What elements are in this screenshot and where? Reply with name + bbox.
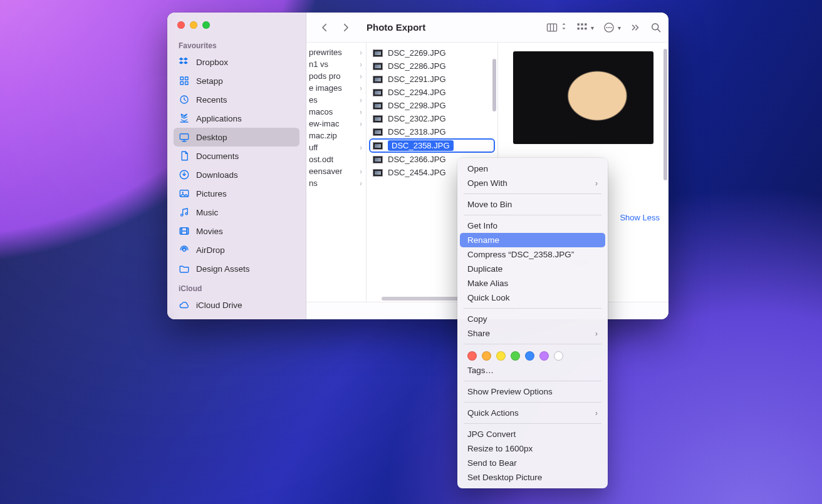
sidebar-item-label: AirDrop	[196, 245, 225, 255]
sidebar-item-documents[interactable]: Documents	[174, 147, 299, 165]
tag-color[interactable]	[525, 351, 534, 361]
menu-item[interactable]: Set Desktop Picture	[460, 470, 605, 485]
column1-row[interactable]: mac.zip	[306, 130, 366, 141]
airdrop-icon	[179, 244, 190, 255]
chevron-right-icon: ›	[595, 409, 598, 418]
sidebar-item-label: Documents	[196, 152, 239, 161]
file-row[interactable]: DSC_2302.JPG	[367, 112, 497, 125]
file-name: DSC_2286.JPG	[388, 61, 446, 71]
file-row[interactable]: DSC_2358.JPG	[367, 138, 497, 153]
menu-item[interactable]: Copy	[460, 312, 605, 326]
file-name: DSC_2302.JPG	[388, 114, 446, 123]
tag-color[interactable]	[511, 351, 520, 361]
column1-row[interactable]: ost.odt	[306, 153, 366, 165]
file-row[interactable]: DSC_2269.JPG	[367, 46, 497, 59]
tag-color[interactable]	[539, 351, 549, 361]
menu-item[interactable]: Compress “DSC_2358.JPG”	[460, 247, 605, 262]
menu-item[interactable]: Make Alias	[460, 276, 605, 291]
zoom-button[interactable]	[202, 21, 210, 29]
column1-row[interactable]: prewrites›	[306, 46, 366, 58]
image-thumbnail-icon	[373, 102, 383, 110]
menu-separator	[464, 381, 601, 381]
chevron-right-icon: ›	[360, 48, 362, 57]
menu-item[interactable]: Move to Bin	[460, 197, 605, 212]
group-by-button[interactable]: ▾	[576, 21, 594, 34]
menu-item[interactable]: Resize to 1600px	[460, 441, 605, 456]
column1-row[interactable]: macos›	[306, 106, 366, 118]
tag-color[interactable]	[482, 351, 491, 361]
file-name: DSC_2298.JPG	[388, 101, 446, 110]
nav-back-button[interactable]	[315, 19, 334, 36]
chevron-right-icon: ›	[360, 143, 362, 152]
column1-row[interactable]: ns›	[306, 177, 366, 189]
sidebar-item-setapp[interactable]: Setapp	[174, 71, 299, 90]
sidebar-item-desktop[interactable]: Desktop	[174, 128, 299, 147]
sidebar-item-airdrop[interactable]: AirDrop	[174, 240, 299, 259]
column1-row[interactable]: uff›	[306, 141, 366, 153]
file-row[interactable]: DSC_2291.JPG	[367, 73, 497, 86]
toolbar-overflow-button[interactable]	[630, 22, 641, 33]
chevron-right-icon: ›	[595, 179, 598, 188]
context-menu: OpenOpen With›Move to BinGet InfoRenameC…	[457, 158, 608, 488]
menu-item[interactable]: Send to Bear	[460, 456, 605, 470]
svg-line-27	[658, 29, 660, 31]
minimize-button[interactable]	[190, 21, 197, 29]
column1-row[interactable]: eensaver›	[306, 165, 366, 177]
sidebar-section-title: iCloud	[174, 280, 299, 296]
search-button[interactable]	[650, 21, 662, 34]
column1-row[interactable]: pods pro›	[306, 70, 366, 82]
tag-color[interactable]	[496, 351, 506, 361]
svg-point-9	[181, 214, 183, 216]
menu-item[interactable]: Get Info	[460, 219, 605, 233]
view-mode-button[interactable]	[546, 21, 567, 34]
sidebar-item-dropbox[interactable]: Dropbox	[174, 53, 299, 71]
file-row[interactable]: DSC_2294.JPG	[367, 86, 497, 99]
nav-forward-button[interactable]	[336, 19, 355, 36]
menu-item-label: JPG Convert	[467, 429, 516, 439]
menu-item[interactable]: Open With›	[460, 176, 605, 190]
sidebar-item-movies[interactable]: Movies	[174, 222, 299, 240]
sidebar-item-label: iCloud Drive	[196, 301, 242, 310]
folder-icon	[179, 263, 190, 274]
file-name: DSC_2454.JPG	[388, 168, 446, 177]
menu-item[interactable]: Open	[460, 162, 605, 176]
column1-row[interactable]: n1 vs›	[306, 58, 366, 70]
column1-row[interactable]: ew-imac›	[306, 118, 366, 130]
svg-rect-16	[578, 23, 580, 25]
action-button[interactable]: ▾	[603, 21, 621, 34]
file-row[interactable]: DSC_2298.JPG	[367, 99, 497, 112]
column1-row[interactable]: es›	[306, 94, 366, 106]
menu-item[interactable]: Tags…	[460, 363, 605, 378]
sidebar-item-applications[interactable]: Applications	[174, 109, 299, 128]
preview-scrollbar[interactable]	[662, 49, 669, 296]
menu-item[interactable]: Quick Look	[460, 291, 605, 305]
tag-color[interactable]	[467, 351, 477, 361]
show-less-link[interactable]: Show Less	[620, 213, 660, 222]
sidebar-item-icloud-drive[interactable]: iCloud Drive	[174, 296, 299, 314]
menu-item[interactable]: Share›	[460, 326, 605, 341]
svg-point-10	[185, 213, 187, 215]
sidebar-item-label: Downloads	[196, 170, 238, 180]
menu-item-label: Show Preview Options	[467, 387, 553, 396]
menu-item-label: Set Desktop Picture	[467, 473, 542, 482]
file-row[interactable]: DSC_2286.JPG	[367, 59, 497, 73]
sidebar-item-recents[interactable]: Recents	[174, 90, 299, 109]
sidebar-item-label: Setapp	[196, 76, 223, 86]
menu-item-label: Make Alias	[467, 279, 508, 288]
menu-item[interactable]: JPG Convert	[460, 427, 605, 441]
menu-item[interactable]: Rename	[460, 233, 605, 247]
tag-color[interactable]	[554, 351, 563, 361]
sidebar-item-music[interactable]: Music	[174, 203, 299, 222]
column1-row[interactable]: e images›	[306, 82, 366, 94]
sidebar-item-pictures[interactable]: Pictures	[174, 184, 299, 203]
sidebar-item-design-assets[interactable]: Design Assets	[174, 259, 299, 278]
menu-item[interactable]: Show Preview Options	[460, 384, 605, 399]
file-row[interactable]: DSC_2318.JPG	[367, 125, 497, 138]
menu-item[interactable]: Duplicate	[460, 262, 605, 276]
column1-row-label: e images	[309, 83, 342, 93]
menu-item[interactable]: Quick Actions›	[460, 406, 605, 420]
chevron-right-icon: ›	[360, 72, 362, 81]
sidebar-item-downloads[interactable]: Downloads	[174, 165, 299, 184]
svg-point-8	[182, 192, 184, 193]
close-button[interactable]	[177, 21, 185, 29]
